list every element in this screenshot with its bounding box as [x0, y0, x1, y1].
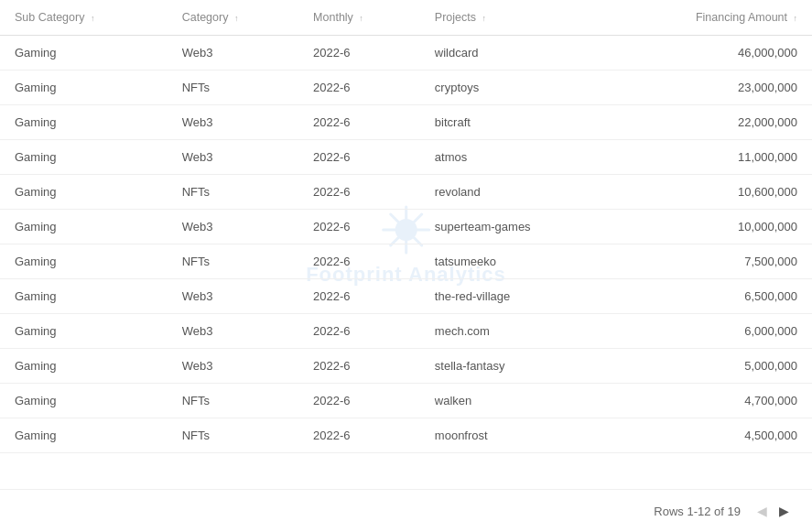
- table-container: Footprint Analytics Sub Category ↑ Categ…: [0, 0, 812, 489]
- cell-category: NFTs: [168, 175, 298, 210]
- cell-sub-category: Gaming: [0, 210, 168, 244]
- cell-category: Web3: [168, 279, 298, 314]
- cell-category: Web3: [168, 140, 298, 175]
- cell-sub-category: Gaming: [0, 36, 168, 71]
- cell-projects: the-red-village: [420, 279, 612, 314]
- table-row: GamingWeb32022-6atmos11,000,000: [0, 140, 812, 175]
- table-row: GamingNFTs2022-6tatsumeeko7,500,000: [0, 244, 812, 279]
- table-row: GamingNFTs2022-6revoland10,600,000: [0, 175, 812, 210]
- cell-category: Web3: [168, 349, 298, 384]
- cell-projects: superteam-games: [420, 210, 612, 244]
- col-header-category[interactable]: Category ↑: [168, 0, 298, 36]
- pagination-prev-button[interactable]: ◀: [752, 501, 772, 521]
- cell-projects: wildcard: [420, 36, 612, 71]
- cell-financing-amount: 22,000,000: [612, 105, 812, 140]
- cell-category: NFTs: [168, 71, 298, 105]
- cell-projects: moonfrost: [420, 418, 612, 453]
- cell-monthly: 2022-6: [298, 140, 420, 175]
- cell-monthly: 2022-6: [298, 279, 420, 314]
- cell-projects: revoland: [420, 175, 612, 210]
- cell-financing-amount: 10,000,000: [612, 210, 812, 244]
- table-row: GamingNFTs2022-6cryptoys23,000,000: [0, 71, 812, 105]
- cell-financing-amount: 23,000,000: [612, 71, 812, 105]
- cell-sub-category: Gaming: [0, 279, 168, 314]
- cell-projects: tatsumeeko: [420, 244, 612, 279]
- cell-sub-category: Gaming: [0, 349, 168, 384]
- table-row: GamingNFTs2022-6walken4,700,000: [0, 384, 812, 418]
- sort-icon-sub-category: ↑: [91, 14, 95, 23]
- cell-sub-category: Gaming: [0, 140, 168, 175]
- table-row: GamingWeb32022-6superteam-games10,000,00…: [0, 210, 812, 244]
- cell-financing-amount: 10,600,000: [612, 175, 812, 210]
- sort-icon-financing: ↑: [794, 14, 798, 23]
- pagination-bar: Rows 1-12 of 19 ◀ ▶: [0, 489, 812, 532]
- cell-financing-amount: 4,700,000: [612, 384, 812, 418]
- cell-monthly: 2022-6: [298, 418, 420, 453]
- cell-financing-amount: 46,000,000: [612, 36, 812, 71]
- table-row: GamingWeb32022-6stella-fantasy5,000,000: [0, 349, 812, 384]
- cell-monthly: 2022-6: [298, 244, 420, 279]
- cell-sub-category: Gaming: [0, 175, 168, 210]
- cell-monthly: 2022-6: [298, 314, 420, 349]
- cell-sub-category: Gaming: [0, 71, 168, 105]
- cell-monthly: 2022-6: [298, 105, 420, 140]
- cell-financing-amount: 7,500,000: [612, 244, 812, 279]
- cell-financing-amount: 6,500,000: [612, 279, 812, 314]
- cell-projects: atmos: [420, 140, 612, 175]
- cell-monthly: 2022-6: [298, 210, 420, 244]
- sort-icon-monthly: ↑: [359, 14, 363, 23]
- cell-category: Web3: [168, 314, 298, 349]
- cell-projects: bitcraft: [420, 105, 612, 140]
- cell-projects: stella-fantasy: [420, 349, 612, 384]
- cell-category: Web3: [168, 210, 298, 244]
- cell-financing-amount: 6,000,000: [612, 314, 812, 349]
- sort-icon-projects: ↑: [482, 14, 486, 23]
- col-header-projects[interactable]: Projects ↑: [420, 0, 612, 36]
- table-row: GamingWeb32022-6mech.com6,000,000: [0, 314, 812, 349]
- cell-projects: mech.com: [420, 314, 612, 349]
- cell-category: Web3: [168, 105, 298, 140]
- cell-sub-category: Gaming: [0, 244, 168, 279]
- cell-monthly: 2022-6: [298, 349, 420, 384]
- col-header-monthly[interactable]: Monthly ↑: [298, 0, 420, 36]
- sort-icon-category: ↑: [234, 14, 239, 23]
- table-row: GamingWeb32022-6wildcard46,000,000: [0, 36, 812, 71]
- cell-financing-amount: 4,500,000: [612, 418, 812, 453]
- table-header-row: Sub Category ↑ Category ↑ Monthly ↑ Proj…: [0, 0, 812, 36]
- table-row: GamingNFTs2022-6moonfrost4,500,000: [0, 418, 812, 453]
- cell-sub-category: Gaming: [0, 384, 168, 418]
- pagination-info: Rows 1-12 of 19: [654, 505, 741, 518]
- cell-monthly: 2022-6: [298, 175, 420, 210]
- cell-monthly: 2022-6: [298, 71, 420, 105]
- cell-category: Web3: [168, 36, 298, 71]
- cell-category: NFTs: [168, 384, 298, 418]
- col-header-sub-category[interactable]: Sub Category ↑: [0, 0, 168, 36]
- cell-monthly: 2022-6: [298, 384, 420, 418]
- cell-sub-category: Gaming: [0, 314, 168, 349]
- cell-financing-amount: 5,000,000: [612, 349, 812, 384]
- cell-sub-category: Gaming: [0, 105, 168, 140]
- cell-category: NFTs: [168, 418, 298, 453]
- col-header-financing-amount[interactable]: Financing Amount ↑: [612, 0, 812, 36]
- data-table: Sub Category ↑ Category ↑ Monthly ↑ Proj…: [0, 0, 812, 453]
- cell-financing-amount: 11,000,000: [612, 140, 812, 175]
- table-row: GamingWeb32022-6the-red-village6,500,000: [0, 279, 812, 314]
- cell-category: NFTs: [168, 244, 298, 279]
- table-row: GamingWeb32022-6bitcraft22,000,000: [0, 105, 812, 140]
- cell-sub-category: Gaming: [0, 418, 168, 453]
- cell-monthly: 2022-6: [298, 36, 420, 71]
- cell-projects: walken: [420, 384, 612, 418]
- cell-projects: cryptoys: [420, 71, 612, 105]
- pagination-next-button[interactable]: ▶: [774, 501, 794, 521]
